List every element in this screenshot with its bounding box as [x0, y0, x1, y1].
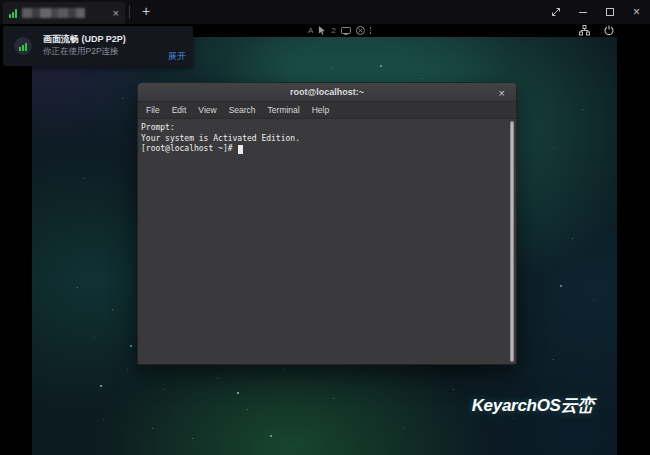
session-tab[interactable]: × — [3, 2, 125, 24]
fullscreen-icon — [551, 7, 561, 17]
keyboard-icon[interactable]: A — [308, 27, 313, 35]
menu-help[interactable]: Help — [306, 105, 335, 115]
toolbar-right-icons — [579, 24, 614, 37]
menu-edit[interactable]: Edit — [166, 105, 193, 115]
notification-title: 画面流畅 (UDP P2P) — [43, 33, 126, 46]
terminal-output[interactable]: Prompt: Your system is Activated Edition… — [138, 119, 516, 364]
network-icon[interactable] — [579, 25, 590, 36]
terminal-scrollbar[interactable] — [508, 121, 515, 362]
more-options-icon[interactable] — [370, 27, 372, 34]
tab-close-icon[interactable]: × — [113, 8, 119, 19]
display-icon[interactable] — [341, 27, 351, 35]
minimize-icon — [579, 12, 587, 13]
window-controls: × — [542, 0, 650, 24]
window-close-button[interactable]: × — [623, 0, 650, 24]
menu-file[interactable]: File — [140, 105, 166, 115]
power-icon[interactable] — [604, 25, 614, 36]
minimize-button[interactable] — [569, 0, 596, 24]
menu-search[interactable]: Search — [223, 105, 262, 115]
scrollbar-thumb[interactable] — [510, 121, 515, 362]
toolbar-center-icons: A 2 — [308, 24, 371, 37]
cursor-icon[interactable] — [318, 26, 326, 35]
terminal-cursor — [238, 145, 243, 154]
notification-expand-link[interactable]: 展开 — [168, 50, 186, 63]
fullscreen-button[interactable] — [542, 0, 569, 24]
terminal-line: Prompt: — [141, 123, 515, 134]
signal-bars-icon — [9, 9, 17, 18]
remote-desktop-app: × + × A 2 — [0, 0, 650, 455]
terminal-close-button[interactable]: × — [499, 83, 505, 102]
censored-tab-title — [22, 8, 105, 18]
tab-divider — [129, 6, 130, 18]
connection-notification: 画面流畅 (UDP P2P) 你正在使用P2P连接 展开 — [3, 26, 193, 66]
signal-quality-icon — [14, 37, 32, 55]
terminal-title: root@localhost:~ — [290, 87, 364, 97]
os-brand-logo: KeyarchOS云峦 — [472, 394, 594, 417]
tab-bar: × + × — [0, 0, 650, 24]
maximize-icon — [606, 8, 614, 16]
display-number-label: 2 — [331, 27, 335, 35]
disconnect-icon[interactable] — [356, 26, 365, 35]
terminal-titlebar[interactable]: root@localhost:~ × — [138, 83, 516, 102]
maximize-button[interactable] — [596, 0, 623, 24]
terminal-line: Your system is Activated Edition. — [141, 134, 515, 145]
menu-view[interactable]: View — [192, 105, 222, 115]
new-tab-button[interactable]: + — [134, 0, 158, 24]
terminal-prompt: [root@localhost ~]# — [141, 144, 237, 155]
menu-terminal[interactable]: Terminal — [262, 105, 306, 115]
terminal-window: root@localhost:~ × File Edit View Search… — [137, 82, 517, 365]
terminal-menubar: File Edit View Search Terminal Help — [138, 102, 516, 119]
terminal-prompt-line: [root@localhost ~]# — [141, 144, 515, 155]
notification-subtitle: 你正在使用P2P连接 — [43, 46, 119, 58]
